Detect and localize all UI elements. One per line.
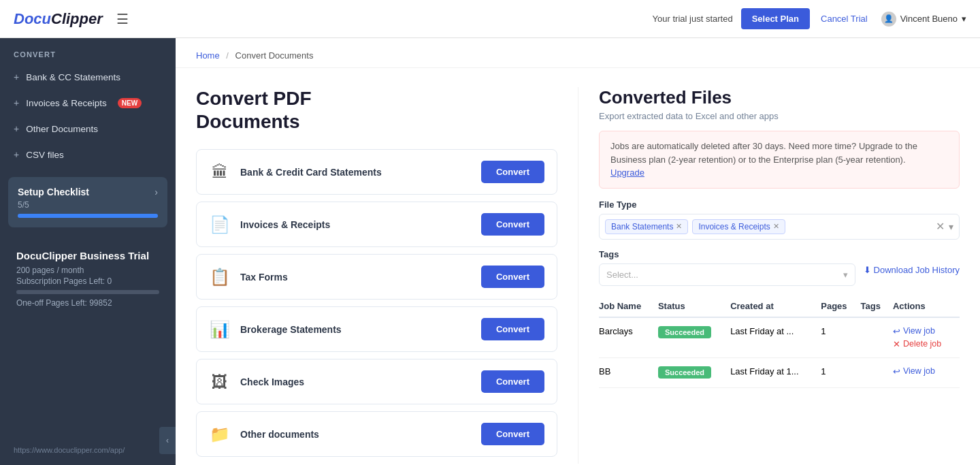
invoice-card-label: Invoices & Receipts: [240, 219, 330, 230]
convert-other-button[interactable]: Convert: [481, 423, 544, 445]
filter-chevron-icon[interactable]: ▾: [949, 221, 953, 232]
logo: DocuClipper: [14, 10, 103, 28]
filter-clear-all-button[interactable]: ✕: [936, 220, 945, 233]
filter-tag-invoices[interactable]: Invoices & Receipts ✕: [692, 219, 785, 234]
converted-title: Converted Files: [599, 87, 960, 108]
brokerage-icon: 📊: [209, 320, 231, 339]
convert-card-invoices: 📄 Invoices & Receipts Convert: [196, 202, 557, 247]
sidebar: CONVERT + Bank & CC Statements + Invoice…: [0, 38, 176, 465]
col-status: Status: [658, 295, 730, 317]
sidebar-item-label: Bank & CC Statements: [26, 72, 120, 82]
checklist-title: Setup Checklist: [18, 187, 89, 197]
view-job-barclays-link[interactable]: ↩ View job: [893, 326, 953, 336]
job-created-bb: Last Friday at 1...: [730, 357, 821, 387]
sidebar-item-invoices-receipts[interactable]: + Invoices & Receipts NEW: [0, 90, 176, 116]
col-created-at: Created at: [730, 295, 821, 317]
sidebar-item-label: Other Documents: [26, 124, 98, 134]
convert-section: Convert PDF Documents 🏛 Bank & Credit Ca…: [196, 87, 578, 464]
convert-bank-button[interactable]: Convert: [481, 161, 544, 183]
download-history-link[interactable]: ⬇ Download Job History: [864, 265, 960, 275]
checklist-progress: 5/5: [18, 200, 158, 210]
user-menu[interactable]: 👤 Vincent Bueno ▾: [881, 12, 966, 27]
col-tags: Tags: [861, 295, 893, 317]
select-plan-button[interactable]: Select Plan: [741, 8, 810, 29]
status-badge: Succeeded: [658, 366, 711, 379]
convert-tax-button[interactable]: Convert: [481, 266, 544, 288]
job-pages-barclays: 1: [821, 317, 860, 358]
convert-card-bank-statements: 🏛 Bank & Credit Card Statements Convert: [196, 149, 557, 195]
breadcrumb-current: Convert Documents: [235, 50, 314, 61]
content-grid: Convert PDF Documents 🏛 Bank & Credit Ca…: [176, 68, 980, 465]
view-icon: ↩: [893, 326, 900, 336]
breadcrumb: Home / Convert Documents: [176, 38, 980, 68]
upgrade-link[interactable]: Upgrade: [610, 167, 644, 178]
convert-check-button[interactable]: Convert: [481, 370, 544, 393]
convert-invoices-button[interactable]: Convert: [481, 213, 544, 236]
delete-job-barclays-link[interactable]: ✕ Delete job: [893, 339, 953, 349]
plan-pages-month: 200 pages / month: [16, 266, 159, 275]
job-name-barclays: Barclays: [599, 317, 658, 358]
view-job-bb-link[interactable]: ↩ View job: [893, 366, 953, 376]
sidebar-item-csv-files[interactable]: + CSV files: [0, 142, 176, 167]
checklist-arrow-icon: ›: [154, 187, 158, 197]
breadcrumb-home-link[interactable]: Home: [196, 50, 220, 61]
filter-tag-bank-remove[interactable]: ✕: [676, 222, 682, 231]
plan-info: DocuClipper Business Trial 200 pages / m…: [8, 241, 167, 316]
check-card-label: Check Images: [240, 376, 304, 387]
delete-icon: ✕: [893, 339, 900, 349]
plus-icon: +: [14, 149, 19, 160]
convert-card-other: 📁 Other documents Convert: [196, 411, 557, 457]
table-row: BB Succeeded Last Friday at 1... 1 ↩ Vie…: [599, 357, 960, 387]
sidebar-item-bank-cc[interactable]: + Bank & CC Statements: [0, 64, 176, 90]
plan-title: DocuClipper Business Trial: [16, 249, 159, 263]
convert-brokerage-button[interactable]: Convert: [481, 318, 544, 340]
tags-select[interactable]: Select... ▾: [599, 263, 855, 286]
check-icon: 🖼: [209, 372, 231, 391]
tax-card-label: Tax Forms: [240, 272, 288, 283]
plus-icon: +: [14, 97, 19, 108]
main-content: Home / Convert Documents Convert PDF Doc…: [176, 38, 980, 465]
cancel-trial-link[interactable]: Cancel Trial: [821, 14, 868, 24]
setup-checklist[interactable]: Setup Checklist › 5/5: [8, 177, 167, 227]
convert-card-check-images: 🖼 Check Images Convert: [196, 359, 557, 404]
new-badge: NEW: [118, 98, 142, 108]
sidebar-item-label: CSV files: [26, 150, 64, 160]
checklist-progress-bar-bg: [18, 214, 158, 218]
trial-text: Your trial just started: [653, 14, 733, 24]
job-actions-bb: ↩ View job: [893, 357, 960, 387]
filter-tag-bank-label: Bank Statements: [611, 222, 673, 231]
download-history-label: Download Job History: [874, 265, 960, 275]
user-name: Vincent Bueno: [900, 14, 958, 24]
tags-label: Tags: [599, 249, 960, 259]
status-badge: Succeeded: [658, 326, 711, 338]
col-pages: Pages: [821, 295, 860, 317]
oneoff-pages-left: One-off Pages Left: 99852: [16, 298, 159, 308]
filter-tag-invoices-remove[interactable]: ✕: [773, 222, 779, 231]
job-created-barclays: Last Friday at ...: [730, 317, 821, 358]
job-tags-bb: [861, 357, 893, 387]
filter-tag-invoices-label: Invoices & Receipts: [698, 222, 770, 231]
avatar-icon: 👤: [881, 12, 896, 27]
sidebar-convert-label: CONVERT: [0, 38, 176, 64]
jobs-table: Job Name Status Created at Pages Tags Ac…: [599, 295, 960, 388]
breadcrumb-separator: /: [226, 50, 229, 61]
sidebar-collapse-button[interactable]: ‹: [159, 427, 176, 454]
tags-chevron-icon: ▾: [843, 270, 848, 280]
job-status-bb: Succeeded: [658, 357, 730, 387]
user-chevron-icon: ▾: [962, 14, 966, 24]
filter-tag-bank[interactable]: Bank Statements ✕: [605, 219, 688, 234]
layout: CONVERT + Bank & CC Statements + Invoice…: [0, 38, 980, 465]
convert-card-brokerage: 📊 Brokerage Statements Convert: [196, 306, 557, 352]
converted-subtitle: Export extracted data to Excel and other…: [599, 111, 960, 121]
col-job-name: Job Name: [599, 295, 658, 317]
tags-placeholder: Select...: [606, 270, 638, 280]
file-type-input[interactable]: Bank Statements ✕ Invoices & Receipts ✕ …: [599, 214, 960, 240]
tags-filter: Tags Select... ▾ ⬇ Download Job History: [599, 249, 960, 286]
hamburger-icon[interactable]: ☰: [116, 11, 129, 27]
info-banner: Jobs are automatically deleted after 30 …: [599, 131, 960, 189]
brokerage-card-label: Brokerage Statements: [240, 324, 342, 335]
plus-icon: +: [14, 71, 19, 82]
job-pages-bb: 1: [821, 357, 860, 387]
sidebar-item-other-documents[interactable]: + Other Documents: [0, 116, 176, 142]
job-actions-barclays: ↩ View job ✕ Delete job: [893, 317, 960, 358]
